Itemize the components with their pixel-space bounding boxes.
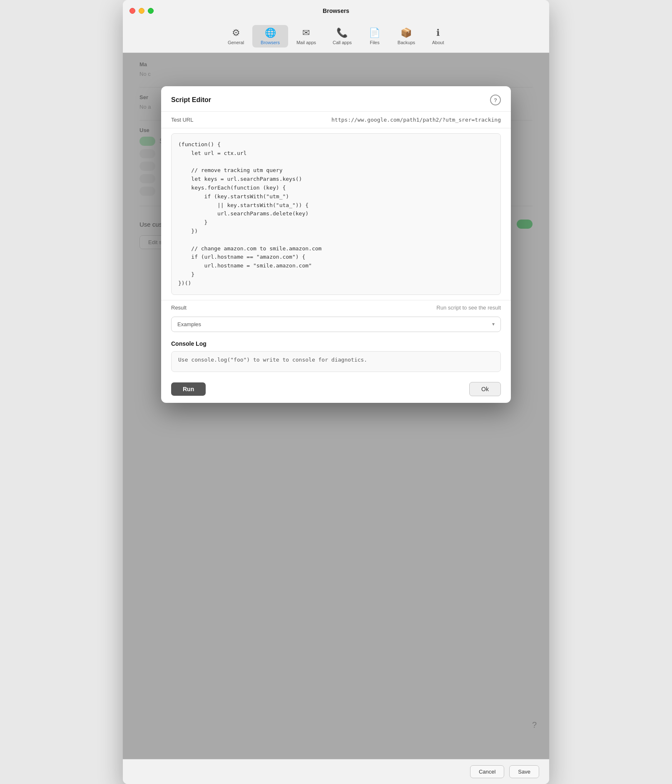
general-icon: ⚙: [232, 27, 240, 38]
examples-dropdown[interactable]: Examples ▾: [171, 317, 501, 332]
console-hint: Use console.log("foo") to write to conso…: [178, 357, 367, 363]
console-body: Use console.log("foo") to write to conso…: [171, 351, 501, 372]
tab-about[interactable]: ℹ About: [423, 25, 453, 47]
browsers-icon: 🌐: [265, 27, 276, 38]
cancel-button[interactable]: Cancel: [470, 765, 504, 778]
save-button[interactable]: Save: [509, 765, 539, 778]
tab-about-label: About: [432, 40, 444, 45]
modal-overlay: Script Editor ? Test URL https://ww.goog…: [123, 53, 549, 759]
test-url-label: Test URL: [171, 117, 193, 123]
tab-backups[interactable]: 📦 Backups: [389, 25, 423, 47]
tab-files[interactable]: 📄 Files: [360, 25, 389, 47]
backups-icon: 📦: [401, 27, 412, 38]
tab-general[interactable]: ⚙ General: [219, 25, 252, 47]
tab-mail-label: Mail apps: [296, 40, 316, 45]
help-button[interactable]: ?: [490, 95, 501, 105]
tab-backups-label: Backups: [398, 40, 415, 45]
result-hint: Run script to see the result: [436, 305, 501, 311]
modal-header: Script Editor ?: [161, 86, 511, 112]
close-button[interactable]: [129, 8, 135, 14]
tab-files-label: Files: [370, 40, 379, 45]
files-icon: 📄: [369, 27, 380, 38]
test-url-value: https://ww.google.com/path1/path2/?utm_s…: [331, 117, 501, 123]
mail-icon: ✉: [302, 27, 310, 38]
chevron-down-icon: ▾: [492, 321, 495, 327]
result-row: Result Run script to see the result: [161, 300, 511, 315]
minimize-button[interactable]: [139, 8, 144, 14]
window-title: Browsers: [323, 7, 349, 14]
tab-call[interactable]: 📞 Call apps: [324, 25, 360, 47]
maximize-button[interactable]: [148, 8, 154, 14]
about-icon: ℹ: [436, 27, 440, 38]
ok-button[interactable]: Ok: [469, 382, 501, 396]
console-section: Console Log Use console.log("foo") to wr…: [161, 334, 511, 375]
bottom-bar: Cancel Save: [123, 759, 549, 784]
modal-footer: Run Ok: [161, 375, 511, 403]
tab-browsers[interactable]: 🌐 Browsers: [252, 25, 288, 47]
tab-mail[interactable]: ✉ Mail apps: [288, 25, 324, 47]
code-editor[interactable]: (function() { let url = ctx.url // remov…: [171, 133, 501, 295]
call-icon: 📞: [336, 27, 348, 38]
toolbar: ⚙ General 🌐 Browsers ✉ Mail apps 📞 Call …: [123, 22, 549, 53]
console-title: Console Log: [171, 340, 501, 347]
tab-general-label: General: [228, 40, 244, 45]
test-url-row: Test URL https://ww.google.com/path1/pat…: [161, 112, 511, 128]
title-bar: Browsers: [123, 0, 549, 22]
tab-call-label: Call apps: [333, 40, 352, 45]
tab-browsers-label: Browsers: [261, 40, 280, 45]
run-button[interactable]: Run: [171, 382, 206, 396]
modal-title: Script Editor: [171, 96, 211, 104]
examples-label: Examples: [177, 321, 201, 327]
traffic-lights: [129, 8, 154, 14]
script-editor-modal: Script Editor ? Test URL https://ww.goog…: [161, 86, 511, 403]
result-label: Result: [171, 305, 187, 311]
